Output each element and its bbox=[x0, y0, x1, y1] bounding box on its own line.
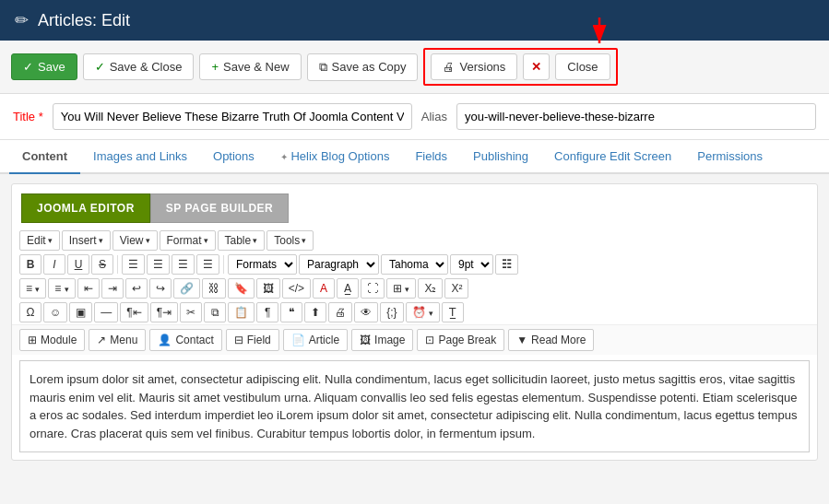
align-justify-button[interactable]: ☰ bbox=[196, 254, 219, 275]
icon-bar-2: Ω ☺ ▣ — ¶⇤ ¶⇥ ✂ ⧉ 📋 ¶ ❝ ⬆ 🖨 👁 {;} ⏰ ▾ T̲ bbox=[19, 300, 810, 324]
menu-tools[interactable]: Tools ▾ bbox=[266, 230, 314, 251]
menu-edit[interactable]: Edit ▾ bbox=[19, 230, 60, 251]
list-ol-button[interactable]: ≡ ▾ bbox=[48, 278, 75, 299]
media-button[interactable]: ▣ bbox=[69, 302, 92, 322]
upload-button[interactable]: ⬆ bbox=[304, 302, 326, 322]
clock-button[interactable]: ⏰ ▾ bbox=[406, 302, 440, 322]
tab-fields[interactable]: Fields bbox=[402, 140, 460, 174]
save-copy-button[interactable]: ⧉ Save as Copy bbox=[307, 53, 419, 81]
subscript-button[interactable]: X₂ bbox=[418, 278, 443, 299]
bg-color-button[interactable]: A̲ bbox=[337, 278, 359, 299]
field-button[interactable]: ⊟ Field bbox=[226, 329, 279, 351]
blockquote-button[interactable]: ❝ bbox=[280, 302, 302, 322]
align-center-button[interactable]: ☰ bbox=[147, 254, 170, 275]
more-options-button[interactable]: ☷ bbox=[495, 254, 518, 275]
tab-permissions[interactable]: Permissions bbox=[684, 140, 776, 174]
save-close-button[interactable]: ✓ Save & Close bbox=[83, 53, 195, 80]
menu-insert[interactable]: Insert ▾ bbox=[62, 230, 111, 251]
close-button[interactable]: Close bbox=[555, 53, 610, 80]
red-arrow-indicator bbox=[572, 13, 627, 50]
font-select[interactable]: Tahoma bbox=[381, 254, 448, 275]
article-button[interactable]: 📄 Article bbox=[283, 329, 348, 351]
source-button[interactable]: {;} bbox=[380, 302, 403, 322]
tab-options[interactable]: Options bbox=[200, 140, 267, 174]
menu-button[interactable]: ↗ Menu bbox=[89, 329, 146, 351]
undo-button[interactable]: ↩ bbox=[125, 278, 148, 299]
contact-label: Contact bbox=[175, 334, 213, 346]
underline-button[interactable]: U bbox=[67, 254, 89, 275]
close-x-button[interactable]: ✕ bbox=[523, 53, 550, 80]
image-button[interactable]: 🖼 Image bbox=[351, 329, 413, 351]
redo-button[interactable]: ↪ bbox=[149, 278, 172, 299]
article-icon: 📄 bbox=[291, 334, 305, 346]
close-label: Close bbox=[567, 60, 598, 74]
hr-button[interactable]: — bbox=[94, 302, 118, 322]
contact-button[interactable]: 👤 Contact bbox=[149, 329, 221, 351]
tab-publishing[interactable]: Publishing bbox=[460, 140, 541, 174]
paste-button[interactable]: 📋 bbox=[228, 302, 255, 322]
menu-view[interactable]: View ▾ bbox=[113, 230, 158, 251]
tab-configure-edit[interactable]: Configure Edit Screen bbox=[541, 140, 684, 174]
menu-format[interactable]: Format ▾ bbox=[160, 230, 216, 251]
page-title: Articles: Edit bbox=[38, 11, 130, 30]
page-break-button[interactable]: ⊡ Page Break bbox=[417, 329, 504, 351]
formats-select[interactable]: Formats bbox=[228, 254, 297, 275]
code-button[interactable]: </> bbox=[282, 278, 311, 299]
strikethrough-button[interactable]: S bbox=[91, 254, 113, 275]
table-button[interactable]: ⊞ ▾ bbox=[386, 278, 416, 299]
preview-button[interactable]: 👁 bbox=[354, 302, 378, 322]
align-right-button[interactable]: ☰ bbox=[172, 254, 195, 275]
tab-content[interactable]: Content bbox=[9, 140, 80, 174]
readmore-label: Read More bbox=[531, 334, 586, 346]
rtl-button[interactable]: ¶⇤ bbox=[120, 302, 148, 322]
menu-table[interactable]: Table ▾ bbox=[218, 230, 266, 251]
link-button[interactable]: 🔗 bbox=[173, 278, 200, 299]
indent-decrease-button[interactable]: ⇤ bbox=[77, 278, 100, 299]
title-input[interactable] bbox=[53, 103, 412, 130]
versions-button[interactable]: 🖨 Versions bbox=[431, 53, 517, 80]
save-new-plus-icon: + bbox=[211, 60, 219, 74]
save-new-button[interactable]: + Save & New bbox=[199, 53, 301, 80]
fullscreen-button[interactable]: ⛶ bbox=[361, 278, 385, 299]
font-color-button[interactable]: A bbox=[313, 278, 335, 299]
remove-format-button[interactable]: T̲ bbox=[442, 302, 464, 322]
list-ul-button[interactable]: ≡ ▾ bbox=[19, 278, 46, 299]
bold-button[interactable]: B bbox=[19, 254, 41, 275]
format-bar: B I U S ☰ ☰ ☰ ☰ Formats Paragraph Tahoma… bbox=[19, 252, 810, 276]
omega-button[interactable]: Ω bbox=[19, 302, 41, 322]
size-select[interactable]: 9pt bbox=[450, 254, 493, 275]
read-more-button[interactable]: ▼ Read More bbox=[508, 329, 594, 351]
page-header: ✏ Articles: Edit bbox=[0, 0, 829, 41]
alias-input[interactable] bbox=[456, 103, 816, 130]
save-check-icon: ✓ bbox=[23, 60, 33, 74]
tab-images-links[interactable]: Images and Links bbox=[80, 140, 200, 174]
print-button[interactable]: 🖨 bbox=[328, 302, 352, 322]
save-close-label: Save & Close bbox=[110, 60, 183, 74]
bookmark-button[interactable]: 🔖 bbox=[228, 278, 255, 299]
tab-helix-blog[interactable]: ✦ Helix Blog Options bbox=[267, 140, 403, 174]
editor-content-area[interactable]: Lorem ipsum dolor sit amet, consectetur … bbox=[19, 360, 810, 452]
insert-image-button[interactable]: 🖼 bbox=[256, 278, 280, 299]
italic-button[interactable]: I bbox=[43, 254, 65, 275]
pilcrow-button[interactable]: ¶ bbox=[256, 302, 278, 322]
module-button[interactable]: ⊞ Module bbox=[19, 329, 85, 351]
readmore-icon: ▼ bbox=[516, 334, 527, 346]
unlink-button[interactable]: ⛓ bbox=[202, 278, 226, 299]
title-row: Title * Alias bbox=[0, 94, 829, 140]
align-left-button[interactable]: ☰ bbox=[122, 254, 145, 275]
paragraph-select[interactable]: Paragraph bbox=[299, 254, 379, 275]
copy-btn[interactable]: ⧉ bbox=[204, 302, 226, 322]
divider1 bbox=[117, 255, 118, 274]
save-copy-label: Save as Copy bbox=[332, 60, 407, 74]
smiley-button[interactable]: ☺ bbox=[43, 302, 67, 322]
joomla-editor-button[interactable]: JOOMLA EDITOR bbox=[21, 193, 150, 223]
sp-page-builder-button[interactable]: SP PAGE BUILDER bbox=[150, 193, 289, 223]
indent-increase-button[interactable]: ⇥ bbox=[101, 278, 124, 299]
versions-printer-icon: 🖨 bbox=[443, 60, 455, 74]
save-button[interactable]: ✓ Save bbox=[11, 53, 77, 80]
alias-label: Alias bbox=[421, 110, 447, 123]
cut-button[interactable]: ✂ bbox=[180, 302, 202, 322]
ltr-button[interactable]: ¶⇥ bbox=[150, 302, 178, 322]
superscript-button[interactable]: X² bbox=[444, 278, 468, 299]
save-label: Save bbox=[38, 60, 65, 74]
